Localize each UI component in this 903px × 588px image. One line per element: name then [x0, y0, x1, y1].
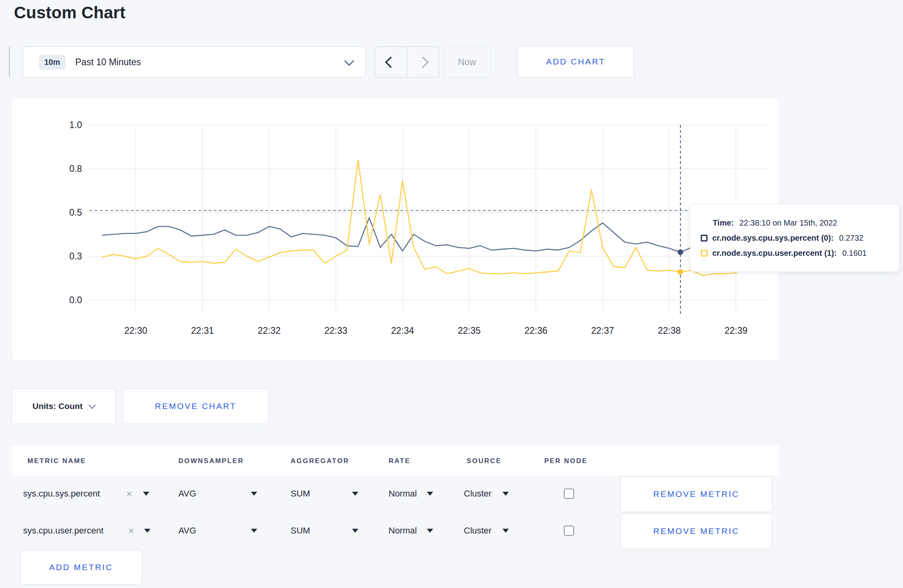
tooltip-series-label: cr.node.sys.cpu.user.percent (1):	[712, 249, 837, 258]
x-axis-tick-label: 22:35	[458, 325, 481, 336]
tooltip-series-label: cr.node.sys.cpu.sys.percent (0):	[712, 234, 834, 243]
tooltip-series-row: cr.node.sys.cpu.sys.percent (0): 0.2732	[701, 234, 889, 243]
downsampler-caret-icon[interactable]	[251, 529, 257, 533]
chart-plot[interactable]: 1.00.80.50.30.022:3022:3122:3222:3322:34…	[12, 98, 779, 360]
per-node-checkbox[interactable]	[564, 526, 574, 536]
x-axis-tick-label: 22:36	[524, 325, 547, 336]
series-line-0	[102, 218, 758, 252]
x-axis-tick-label: 22:34	[391, 325, 414, 336]
source-caret-icon[interactable]	[502, 529, 509, 533]
rate-caret-icon[interactable]	[427, 529, 433, 533]
prev-time-button[interactable]	[375, 47, 407, 77]
tooltip-series-value: 0.2732	[839, 234, 864, 243]
table-row: sys.cpu.sys.percent × AVG SUM Normal Clu…	[12, 476, 779, 511]
x-axis-tick-label: 22:33	[324, 325, 348, 336]
y-axis-tick-label: 0.0	[69, 295, 82, 305]
chart-tooltip: Time: 22:38:10 on Mar 15th, 2022 cr.node…	[690, 204, 899, 272]
chevron-left-icon	[385, 56, 397, 68]
time-nav-group	[375, 47, 439, 78]
add-metric-button[interactable]: ADD METRIC	[20, 550, 142, 585]
add-chart-button[interactable]: ADD CHART	[517, 46, 634, 78]
time-range-dropdown[interactable]: 10m Past 10 Minutes	[23, 47, 366, 78]
x-axis-tick-label: 22:38	[658, 325, 681, 336]
page-title: Custom Chart	[14, 3, 125, 22]
downsampler-select[interactable]: AVG	[178, 526, 196, 536]
series-sys-swatch-icon	[701, 235, 708, 241]
tooltip-time-label: Time:	[713, 218, 734, 228]
table-row: sys.cpu.user.percent × AVG SUM Normal Cl…	[12, 513, 779, 548]
tooltip-series-row: cr.node.sys.cpu.user.percent (1): 0.1601	[701, 249, 889, 258]
downsampler-select[interactable]: AVG	[178, 489, 196, 499]
aggregator-select[interactable]: SUM	[291, 526, 310, 536]
time-range-label: Past 10 Minutes	[75, 57, 141, 68]
col-header-downsampler: DOWNSAMPLER	[178, 457, 244, 465]
y-axis-tick-label: 0.8	[69, 164, 82, 174]
rate-select[interactable]: Normal	[389, 526, 417, 536]
series-line-1	[102, 160, 758, 275]
x-axis-tick-label: 22:37	[591, 325, 614, 336]
downsampler-caret-icon[interactable]	[251, 492, 257, 496]
tooltip-time-value: 22:38:10 on Mar 15th, 2022	[739, 218, 837, 228]
units-dropdown[interactable]: Units: Count	[12, 388, 116, 424]
y-axis-tick-label: 1.0	[69, 120, 82, 130]
col-header-metric-name: METRIC NAME	[27, 457, 86, 465]
time-selector-accent-bar	[9, 47, 10, 77]
chevron-right-icon	[417, 56, 429, 68]
now-button[interactable]: Now	[444, 47, 491, 78]
rate-select[interactable]: Normal	[389, 489, 417, 499]
metrics-table-header: METRIC NAME DOWNSAMPLER AGGREGATOR RATE …	[12, 446, 779, 476]
metric-select-caret-icon[interactable]	[143, 492, 149, 496]
aggregator-caret-icon[interactable]	[352, 492, 358, 496]
tooltip-time-row: Time: 22:38:10 on Mar 15th, 2022	[713, 218, 889, 228]
x-axis-tick-label: 22:30	[124, 325, 147, 336]
chevron-down-icon	[89, 401, 96, 409]
chevron-down-icon	[344, 56, 354, 66]
units-label: Units: Count	[33, 401, 83, 411]
col-header-source: SOURCE	[467, 457, 502, 465]
rate-caret-icon[interactable]	[427, 492, 433, 496]
x-axis-tick-label: 22:31	[191, 325, 214, 336]
source-select[interactable]: Cluster	[464, 526, 492, 536]
metric-select-caret-icon[interactable]	[144, 529, 150, 533]
col-header-per-node: PER NODE	[544, 457, 588, 465]
crosshair-point-0	[678, 249, 683, 255]
x-axis-tick-label: 22:39	[725, 325, 748, 336]
remove-metric-button[interactable]: REMOVE METRIC	[620, 476, 772, 512]
tooltip-series-value: 0.1601	[842, 249, 866, 258]
per-node-checkbox[interactable]	[564, 489, 574, 499]
time-range-badge: 10m	[39, 55, 65, 70]
source-select[interactable]: Cluster	[464, 489, 492, 499]
clear-metric-icon[interactable]: ×	[128, 526, 134, 536]
aggregator-caret-icon[interactable]	[352, 529, 358, 533]
col-header-aggregator: AGGREGATOR	[291, 457, 349, 465]
aggregator-select[interactable]: SUM	[291, 489, 310, 499]
y-axis-tick-label: 0.3	[69, 251, 82, 261]
metric-name-value: sys.cpu.sys.percent	[23, 489, 100, 499]
col-header-rate: RATE	[389, 457, 410, 465]
y-axis-tick-label: 0.5	[69, 207, 82, 218]
source-caret-icon[interactable]	[502, 492, 509, 496]
metric-name-value: sys.cpu.user.percent	[23, 526, 104, 536]
clear-metric-icon[interactable]: ×	[126, 489, 132, 499]
crosshair-point-1	[678, 269, 683, 275]
chart-card: 1.00.80.50.30.022:3022:3122:3222:3322:34…	[12, 98, 780, 360]
x-axis-tick-label: 22:32	[258, 325, 281, 336]
remove-metric-button[interactable]: REMOVE METRIC	[620, 513, 772, 549]
next-time-button[interactable]	[407, 47, 439, 77]
remove-chart-button[interactable]: REMOVE CHART	[123, 388, 269, 424]
series-user-swatch-icon	[701, 250, 708, 257]
